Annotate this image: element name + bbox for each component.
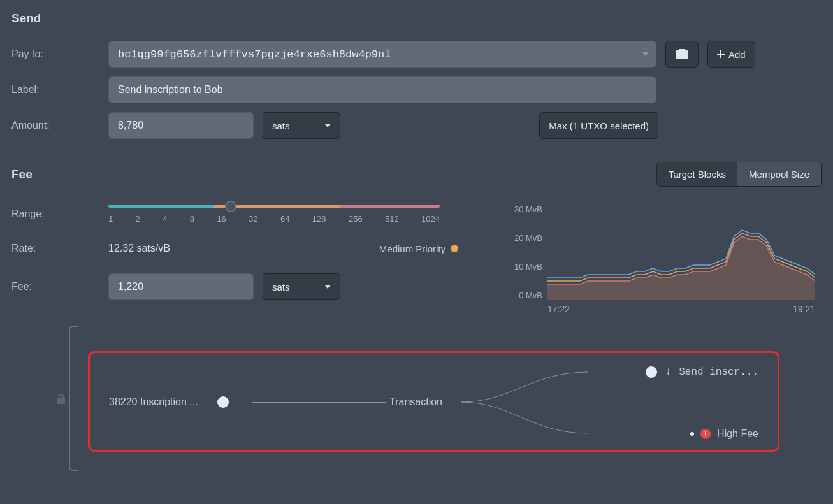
chevron-down-icon: [324, 124, 331, 127]
slider-tick: 128: [312, 214, 326, 224]
slider-tick: 16: [217, 214, 226, 224]
slider-tick: 2: [136, 214, 140, 224]
priority-label: Medium Priority: [379, 243, 458, 254]
node-icon: [690, 432, 694, 436]
lock-icon: [56, 393, 66, 405]
tx-input: 38220 Inscription ...: [109, 396, 229, 408]
slider-tick: 32: [249, 214, 257, 224]
label-label: Label:: [11, 84, 99, 96]
priority-text: Medium Priority: [379, 243, 445, 254]
slider-tick: 256: [349, 214, 363, 224]
chevron-down-icon[interactable]: [642, 52, 649, 56]
send-title: Send: [11, 11, 822, 25]
fee-input[interactable]: [108, 273, 254, 300]
tx-center-label: Transaction: [389, 396, 442, 408]
chevron-down-icon: [324, 285, 331, 289]
slider-tick: 512: [385, 214, 399, 224]
fee-amount-label: Fee:: [11, 281, 99, 292]
fee-unit-value: sats: [272, 282, 290, 292]
mempool-chart: 30 MvB20 MvB10 MvB0 MvB 17:22 19:21: [509, 205, 822, 319]
priority-dot-icon: [451, 245, 458, 252]
chart-y-tick: 10 MvB: [514, 262, 542, 271]
tx-curve: [461, 368, 601, 438]
svg-rect-1: [717, 54, 725, 55]
plus-icon: [717, 50, 725, 58]
target-blocks-toggle[interactable]: Target Blocks: [657, 162, 737, 186]
amount-unit-value: sats: [272, 120, 290, 131]
mempool-size-toggle[interactable]: Mempool Size: [737, 162, 821, 186]
chart-x-end: 19:21: [793, 304, 815, 314]
tx-input-label: 38220 Inscription ...: [109, 396, 198, 408]
range-label: Range:: [11, 208, 99, 220]
diagram-bracket: [69, 326, 78, 471]
payto-label: Pay to:: [11, 48, 99, 60]
max-button[interactable]: Max (1 UTXO selected): [539, 112, 658, 139]
tx-output-2: ! High Fee: [690, 428, 758, 440]
slider-tick: 1024: [421, 214, 440, 224]
chart-y-tick: 20 MvB: [514, 233, 542, 243]
slider-tick: 64: [280, 214, 289, 224]
camera-button[interactable]: [665, 41, 699, 68]
add-button-label: Add: [728, 49, 746, 60]
rate-label: Rate:: [11, 243, 99, 254]
amount-input[interactable]: [108, 112, 254, 139]
label-input[interactable]: [108, 76, 656, 103]
fee-unit-select[interactable]: sats: [263, 273, 340, 300]
tx-output-1: ↓ Send inscr...: [646, 366, 758, 378]
tx-out2-label: High Fee: [717, 428, 758, 440]
rate-value: 12.32 sats/vB: [108, 243, 370, 254]
amount-unit-select[interactable]: sats: [263, 112, 340, 139]
slider-tick: 1: [108, 214, 113, 224]
slider-tick: 8: [190, 214, 194, 224]
warning-icon: !: [700, 429, 711, 439]
fee-range-slider[interactable]: 12481632641282565121024: [108, 205, 440, 224]
transaction-diagram-highlight: 38220 Inscription ... Transaction ↓ Send…: [88, 351, 779, 452]
camera-icon: [676, 49, 688, 59]
fee-title: Fee: [11, 168, 33, 182]
amount-label: Amount:: [11, 120, 99, 131]
tx-out1-label: Send inscr...: [679, 366, 758, 378]
slider-tick: 4: [163, 214, 167, 224]
node-icon: [217, 396, 229, 408]
fee-mode-toggle: Target Blocks Mempool Size: [656, 162, 822, 187]
arrow-down-icon: ↓: [665, 366, 671, 378]
payto-input[interactable]: [108, 41, 656, 68]
chart-y-tick: 0 MvB: [519, 291, 542, 300]
add-button[interactable]: Add: [707, 41, 755, 68]
node-icon: [646, 366, 657, 378]
chart-x-start: 17:22: [547, 304, 570, 314]
chart-y-tick: 30 MvB: [514, 205, 542, 214]
slider-handle[interactable]: [225, 201, 236, 212]
